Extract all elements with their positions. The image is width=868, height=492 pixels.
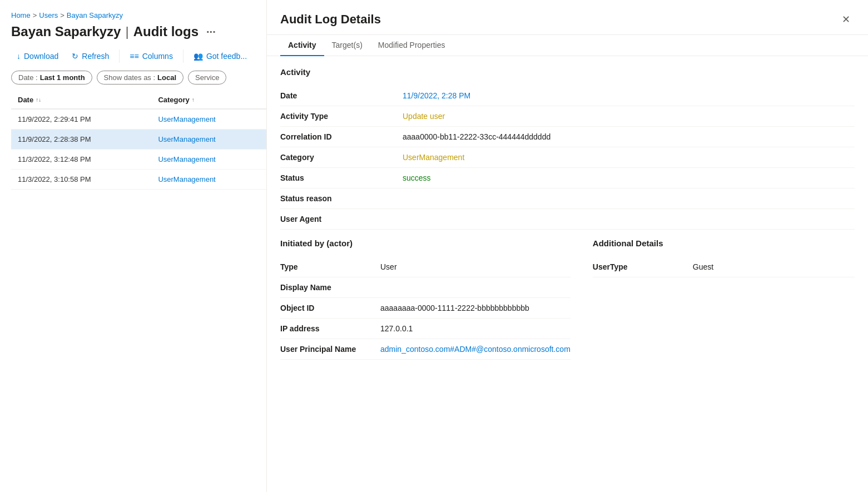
date-key: Date <box>280 86 403 106</box>
date-filter-value: Last 1 month <box>40 73 85 82</box>
columns-label: Columns <box>142 52 173 61</box>
breadcrumb-home[interactable]: Home <box>11 11 31 19</box>
refresh-button[interactable]: ↻ Refresh <box>66 48 115 64</box>
service-filter-pill[interactable]: Service <box>188 71 226 85</box>
display-name-key: Display Name <box>280 277 380 298</box>
user-agent-val <box>403 209 855 230</box>
display-name-val <box>380 277 571 298</box>
tab-activity[interactable]: Activity <box>280 35 324 56</box>
show-dates-key: Show dates as : <box>104 73 156 82</box>
activity-type-val: Update user <box>403 106 855 127</box>
correlation-id-val: aaaa0000-bb11-2222-33cc-444444dddddd <box>403 127 855 147</box>
page-title-name: Bayan Saparkyzy <box>11 24 121 39</box>
detail-pane-title: Audit Log Details <box>280 12 381 27</box>
row1-category: UserManagement <box>151 109 266 130</box>
download-button[interactable]: ↓ Download <box>11 48 64 64</box>
col-category-header[interactable]: Category ↑ <box>151 91 266 109</box>
category-sort-icon: ↑ <box>192 97 195 103</box>
show-dates-filter-pill[interactable]: Show dates as : Local <box>97 71 183 85</box>
type-key: Type <box>280 257 380 277</box>
type-val: User <box>380 257 571 277</box>
breadcrumb-users[interactable]: Users <box>39 11 58 19</box>
row1-date: 11/9/2022, 2:29:41 PM <box>11 109 151 130</box>
tab-modified-properties[interactable]: Modified Properties <box>370 35 453 56</box>
date-sort-icon: ↑↓ <box>36 97 41 103</box>
category-key: Category <box>280 147 403 168</box>
ip-key: IP address <box>280 319 380 339</box>
row2-date: 11/9/2022, 2:28:38 PM <box>11 130 151 150</box>
feedback-button[interactable]: 👥 Got feedb... <box>188 48 252 64</box>
close-detail-button[interactable]: ✕ <box>837 11 855 28</box>
download-icon: ↓ <box>17 52 21 61</box>
table-row[interactable]: 11/9/2022, 2:29:41 PM UserManagement <box>11 109 266 130</box>
detail-tabs: Activity Target(s) Modified Properties <box>267 35 868 56</box>
date-filter-pill[interactable]: Date : Last 1 month <box>11 71 92 85</box>
breadcrumb-sep2: > <box>60 11 65 19</box>
breadcrumb-sep1: > <box>33 11 37 19</box>
status-val: success <box>403 168 855 188</box>
table-row[interactable]: 11/3/2022, 3:12:48 PM UserManagement <box>11 150 266 170</box>
service-filter-key: Service <box>195 73 219 82</box>
category-col-label: Category <box>158 96 189 104</box>
correlation-id-key: Correlation ID <box>280 127 403 147</box>
initiated-by-title: Initiated by (actor) <box>280 234 571 248</box>
status-reason-val <box>403 188 855 209</box>
refresh-icon: ↻ <box>72 52 78 61</box>
feedback-icon: 👥 <box>194 52 203 61</box>
row4-date: 11/3/2022, 3:10:58 PM <box>11 170 151 190</box>
upn-val: admin_contoso.com#ADM#@contoso.onmicroso… <box>380 339 571 360</box>
toolbar-divider2 <box>183 49 183 63</box>
detail-header: Audit Log Details ✕ <box>267 0 868 35</box>
category-val: UserManagement <box>403 147 855 168</box>
audit-log-table: Date ↑↓ Category ↑ 11/9/2022, 2:29:41 PM <box>11 91 266 190</box>
left-panel: Home > Users > Bayan Saparkyzy Bayan Sap… <box>0 0 267 492</box>
user-agent-key: User Agent <box>280 209 403 230</box>
two-col-section: Initiated by (actor) Type User Display N… <box>280 234 855 360</box>
table-row[interactable]: 11/3/2022, 3:10:58 PM UserManagement <box>11 170 266 190</box>
initiated-by-col: Initiated by (actor) Type User Display N… <box>280 234 571 360</box>
tab-targets[interactable]: Target(s) <box>324 35 370 56</box>
status-reason-key: Status reason <box>280 188 403 209</box>
refresh-label: Refresh <box>82 52 109 61</box>
filter-bar: Date : Last 1 month Show dates as : Loca… <box>11 71 266 85</box>
row3-category: UserManagement <box>151 150 266 170</box>
additional-details-col: Additional Details UserType Guest <box>593 234 855 360</box>
table-row[interactable]: 11/9/2022, 2:28:38 PM UserManagement <box>11 130 266 150</box>
date-col-label: Date <box>18 96 33 104</box>
additional-details-title: Additional Details <box>593 234 855 248</box>
date-val: 11/9/2022, 2:28 PM <box>403 86 855 106</box>
toolbar: ↓ Download ↻ Refresh ≡≡ Columns 👥 Got fe… <box>11 48 266 64</box>
col-date-header[interactable]: Date ↑↓ <box>11 91 151 109</box>
row4-category: UserManagement <box>151 170 266 190</box>
usertype-val: Guest <box>693 257 855 277</box>
upn-key: User Principal Name <box>280 339 380 360</box>
status-key: Status <box>280 168 403 188</box>
activity-section-label: Activity <box>280 67 855 77</box>
row3-date: 11/3/2022, 3:12:48 PM <box>11 150 151 170</box>
toolbar-divider <box>119 49 120 63</box>
page-title-separator: | <box>125 24 128 39</box>
feedback-label: Got feedb... <box>206 52 247 61</box>
columns-icon: ≡≡ <box>130 52 138 61</box>
columns-button[interactable]: ≡≡ Columns <box>124 48 178 64</box>
actor-grid: Type User Display Name Object ID aaaaaaa… <box>280 257 571 360</box>
date-filter-key: Date : <box>18 73 38 82</box>
activity-type-key: Activity Type <box>280 106 403 127</box>
detail-pane: Audit Log Details ✕ Activity Target(s) M… <box>267 0 868 492</box>
ip-val: 127.0.0.1 <box>380 319 571 339</box>
page-title: Bayan Saparkyzy | Audit logs ··· <box>11 24 266 39</box>
download-label: Download <box>24 52 58 61</box>
additional-grid: UserType Guest <box>593 257 855 277</box>
page-title-section: Audit logs <box>133 24 199 39</box>
more-options-button[interactable]: ··· <box>203 24 219 39</box>
activity-detail-grid: Date 11/9/2022, 2:28 PM Activity Type Up… <box>280 86 855 230</box>
breadcrumb-user[interactable]: Bayan Saparkyzy <box>67 11 123 19</box>
detail-body: Activity Date 11/9/2022, 2:28 PM Activit… <box>267 56 868 492</box>
object-id-val: aaaaaaaa-0000-1111-2222-bbbbbbbbbbbb <box>380 298 571 319</box>
row2-category: UserManagement <box>151 130 266 150</box>
usertype-key: UserType <box>593 257 693 277</box>
object-id-key: Object ID <box>280 298 380 319</box>
audit-log-table-container: Date ↑↓ Category ↑ 11/9/2022, 2:29:41 PM <box>11 91 266 492</box>
show-dates-value: Local <box>157 73 176 82</box>
breadcrumb: Home > Users > Bayan Saparkyzy <box>11 11 266 19</box>
